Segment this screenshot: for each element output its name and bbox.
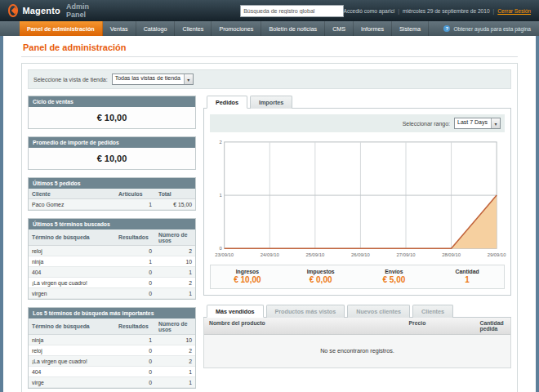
table-cell: 1 (155, 377, 195, 388)
orders-panel: Seleccionar rango: Last 7 Days ▾ 01223/0… (203, 109, 511, 296)
header-bar: Magento Admin Panel Accedió como aparici… (0, 0, 539, 21)
nav-item-panel-de-administracion[interactable]: Panel de administración (20, 21, 103, 36)
store-view-select[interactable]: Todas las vistas de tienda ▾ (112, 74, 194, 85)
column-header: Resultados (115, 229, 155, 246)
header-user-info: Accedió como aparici | miércoles 29 de s… (344, 8, 531, 14)
table-row[interactable]: reloj02 (29, 345, 195, 356)
total-impuestos: Impuestos€ 0,00 (284, 269, 358, 284)
range-label: Seleccionar rango: (403, 121, 450, 127)
chart-tabs: PedidosImportes (203, 96, 511, 109)
total-value: € 5,00 (358, 275, 431, 284)
table-row[interactable]: Paco Gomez1€ 15,00 (29, 199, 195, 210)
table-cell: Paco Gomez (29, 199, 115, 210)
grid-column-header: Nombre del producto (204, 318, 404, 334)
table-cell: 0 (115, 377, 155, 388)
column-header: Total (155, 189, 195, 199)
total-cantidad: Cantidad1 (430, 269, 504, 284)
svg-text:25/09/10: 25/09/10 (305, 252, 325, 257)
table-cell: ninja (29, 256, 115, 267)
table-cell: 0 (115, 367, 155, 377)
table-cell: 1 (155, 267, 195, 278)
top-search-table-data: Término de búsquedaResultadosNúmero de u… (29, 318, 195, 388)
separator: | (398, 8, 399, 14)
total-ingresos: Ingresos€ 10,00 (211, 269, 284, 284)
table-row[interactable]: ninja110 (29, 335, 195, 345)
column-header: Resultados (115, 318, 155, 335)
global-search-input[interactable] (240, 5, 343, 17)
table-cell: € 15,00 (155, 199, 195, 210)
tab-productos-mas-vistos[interactable]: Productos más vistos (266, 305, 345, 318)
last-orders-box: Últimos 5 pedidos ClienteArtículosTotalP… (28, 177, 196, 211)
table-header-row: Término de búsquedaResultadosNúmero de u… (29, 318, 195, 335)
tab-mas-vendidos[interactable]: Más vendidos (207, 305, 264, 318)
table-row[interactable]: reloj02 (29, 246, 195, 256)
table-cell: ninja (29, 335, 115, 345)
range-bar: Seleccionar rango: Last 7 Days ▾ (210, 114, 505, 132)
page-help-link[interactable]: ? Obtener ayuda para esta página (443, 21, 539, 36)
table-row[interactable]: 40401 (29, 367, 195, 377)
table-cell: 1 (155, 288, 195, 299)
nav-item-clientes[interactable]: Clientes (175, 21, 212, 36)
nav-item-cms[interactable]: CMS (325, 21, 354, 36)
top-search-table: Término de búsquedaResultadosNúmero de u… (29, 318, 195, 388)
nav-item-sistema[interactable]: Sistema (392, 21, 429, 36)
table-cell: 0 (115, 267, 155, 278)
grid-empty-message: No se encontraron registros. (204, 335, 510, 368)
total-label: Envíos (358, 269, 431, 274)
nav-item-ventas[interactable]: Ventas (103, 21, 136, 36)
table-cell: 404 (29, 367, 115, 377)
table-cell: ¡La virgen que cuadro! (29, 278, 115, 288)
table-row[interactable]: 40401 (29, 267, 195, 278)
bottom-tabs: Más vendidosProductos más vistosNuevos c… (203, 305, 511, 318)
table-cell: 0 (115, 288, 155, 299)
table-row[interactable]: ¡La virgen que cuadro!02 (29, 356, 195, 367)
table-cell: 2 (155, 278, 195, 288)
totals-row: Ingresos€ 10,00Impuestos€ 0,00Envíos€ 5,… (210, 265, 505, 289)
last-search-table: Término de búsquedaResultadosNúmero de u… (29, 229, 195, 299)
svg-text:26/09/10: 26/09/10 (351, 252, 371, 257)
tab-importes[interactable]: Importes (250, 96, 292, 109)
range-select[interactable]: Last 7 Days ▾ (454, 118, 501, 129)
table-cell: 0 (115, 345, 155, 356)
table-row[interactable]: virge01 (29, 377, 195, 388)
last-search-table-data: Término de búsquedaResultadosNúmero de u… (29, 229, 195, 299)
nav-item-promociones[interactable]: Promociones (212, 21, 261, 36)
help-icon: ? (443, 25, 450, 32)
svg-text:23/09/10: 23/09/10 (215, 252, 234, 257)
range-value: Last 7 Days (455, 118, 491, 128)
nav-item-catalogo[interactable]: Catálogo (136, 21, 176, 36)
table-cell: 1 (115, 335, 155, 345)
table-cell: virge (29, 377, 115, 388)
total-label: Ingresos (211, 269, 284, 274)
table-cell: 10 (155, 335, 195, 345)
nav-item-boletin-de-noticias[interactable]: Boletín de noticias (261, 21, 325, 36)
table-cell: virgen (29, 288, 115, 299)
table-header-row: ClienteArtículosTotal (29, 189, 195, 199)
avg-order-box: Promedio de importe de pedidos € 10,00 (28, 136, 196, 170)
chevron-down-icon: ▾ (491, 118, 500, 128)
nav-item-informes[interactable]: Informes (354, 21, 392, 36)
logout-link[interactable]: Cerrar Sesión (497, 8, 531, 14)
table-cell: 2 (155, 345, 195, 356)
box-title: Últimos 5 términos buscados (29, 219, 195, 229)
table-cell: 404 (29, 267, 115, 278)
total-label: Cantidad (430, 269, 504, 274)
column-header: Número de usos (155, 229, 195, 246)
table-cell: 2 (155, 246, 195, 256)
table-cell: 1 (155, 367, 195, 377)
table-row[interactable]: ninja110 (29, 256, 195, 267)
svg-text:28/09/10: 28/09/10 (442, 252, 461, 257)
tab-nuevos-clientes[interactable]: Nuevos clientes (347, 305, 410, 318)
svg-text:24/09/10: 24/09/10 (261, 252, 280, 257)
tab-clientes[interactable]: Clientes (412, 305, 453, 318)
table-row[interactable]: virgen01 (29, 288, 195, 299)
column-header: Cliente (29, 189, 115, 199)
tab-pedidos[interactable]: Pedidos (207, 96, 247, 109)
store-view-label: Seleccione la vista de tienda: (33, 77, 108, 82)
grid-column-header: Precio (404, 318, 475, 334)
table-header-row: Término de búsquedaResultadosNúmero de u… (29, 229, 195, 246)
table-cell: ¡La virgen que cuadro! (29, 356, 115, 367)
table-row[interactable]: ¡La virgen que cuadro!02 (29, 278, 195, 288)
logo-suffix: Admin Panel (66, 2, 97, 19)
content-region: Panel de administración Seleccione la vi… (0, 36, 539, 392)
